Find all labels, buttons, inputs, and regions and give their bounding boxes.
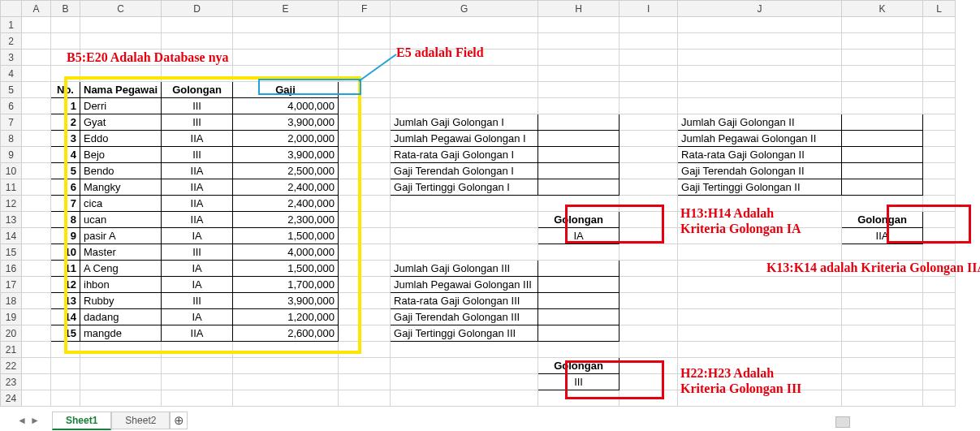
cell-L24[interactable] (923, 390, 956, 407)
cell-B22[interactable] (51, 358, 80, 374)
cell-E17[interactable]: 1,700,000 (233, 277, 339, 293)
cell-F4[interactable] (339, 66, 391, 82)
cell-I5[interactable] (620, 82, 678, 98)
cell-E12[interactable]: 2,400,000 (233, 196, 339, 212)
tab-sheet1[interactable]: Sheet1 (52, 412, 111, 430)
cell-J1[interactable] (678, 17, 842, 33)
cell-C4[interactable] (80, 66, 162, 82)
cell-C7[interactable]: Gyat (80, 114, 162, 131)
cell-I12[interactable] (620, 196, 678, 212)
cell-L15[interactable] (923, 244, 956, 261)
cell-K6[interactable] (842, 98, 923, 114)
cell-D8[interactable]: IIA (162, 131, 233, 147)
row-header[interactable]: 16 (1, 261, 22, 277)
cell-G9[interactable]: Rata-rata Gaji Golongan I (391, 147, 538, 163)
column-header[interactable]: G (391, 1, 538, 17)
cell-H18[interactable] (538, 293, 620, 309)
cell-D19[interactable]: IA (162, 309, 233, 325)
cell-J3[interactable] (678, 50, 842, 66)
row-header[interactable]: 12 (1, 196, 22, 212)
cell-C3[interactable] (80, 50, 162, 66)
cell-H21[interactable] (538, 342, 620, 358)
cell-G18[interactable]: Rata-rata Gaji Golongan III (391, 293, 538, 309)
cell-I4[interactable] (620, 66, 678, 82)
tab-sheet2[interactable]: Sheet2 (111, 412, 170, 429)
cell-K14[interactable]: IIA (842, 228, 923, 244)
cell-C10[interactable]: Bendo (80, 163, 162, 179)
cell-B19[interactable]: 14 (51, 309, 80, 325)
cell-D6[interactable]: III (162, 98, 233, 114)
cell-E23[interactable] (233, 374, 339, 390)
cell-F14[interactable] (339, 228, 391, 244)
cell-J23[interactable] (678, 374, 842, 390)
row-header[interactable]: 17 (1, 277, 22, 293)
cell-L11[interactable] (923, 179, 956, 196)
column-header[interactable]: C (80, 1, 162, 17)
cell-F12[interactable] (339, 196, 391, 212)
cell-K19[interactable] (842, 309, 923, 325)
cell-I2[interactable] (620, 33, 678, 50)
cell-E10[interactable]: 2,500,000 (233, 163, 339, 179)
cell-K15[interactable] (842, 244, 923, 261)
cell-G1[interactable] (391, 17, 538, 33)
cell-I11[interactable] (620, 179, 678, 196)
cell-A9[interactable] (22, 147, 51, 163)
cell-G17[interactable]: Jumlah Pegawai Golongan III (391, 277, 538, 293)
cell-J20[interactable] (678, 325, 842, 342)
cell-L17[interactable] (923, 277, 956, 293)
cell-A12[interactable] (22, 196, 51, 212)
cell-H14[interactable]: IA (538, 228, 620, 244)
cell-K11[interactable] (842, 179, 923, 196)
cell-B14[interactable]: 9 (51, 228, 80, 244)
cell-G22[interactable] (391, 358, 538, 374)
cell-A16[interactable] (22, 261, 51, 277)
cell-F11[interactable] (339, 179, 391, 196)
cell-C18[interactable]: Rubby (80, 293, 162, 309)
cell-J13[interactable] (678, 212, 842, 228)
row-header[interactable]: 1 (1, 17, 22, 33)
cell-D2[interactable] (162, 33, 233, 50)
cell-A22[interactable] (22, 358, 51, 374)
cell-K16[interactable] (842, 261, 923, 277)
cell-F16[interactable] (339, 261, 391, 277)
cell-H19[interactable] (538, 309, 620, 325)
cell-D16[interactable]: IA (162, 261, 233, 277)
cell-C17[interactable]: ihbon (80, 277, 162, 293)
cell-B15[interactable]: 10 (51, 244, 80, 261)
cell-H22[interactable]: Golongan (538, 358, 620, 374)
cell-G5[interactable] (391, 82, 538, 98)
cell-I16[interactable] (620, 261, 678, 277)
cell-D15[interactable]: III (162, 244, 233, 261)
cell-C16[interactable]: A Ceng (80, 261, 162, 277)
cell-C19[interactable]: dadang (80, 309, 162, 325)
cell-L23[interactable] (923, 374, 956, 390)
row-header[interactable]: 22 (1, 358, 22, 374)
cell-L21[interactable] (923, 342, 956, 358)
cell-A11[interactable] (22, 179, 51, 196)
cell-E3[interactable] (233, 50, 339, 66)
cell-G13[interactable] (391, 212, 538, 228)
cell-B20[interactable]: 15 (51, 325, 80, 342)
cell-H4[interactable] (538, 66, 620, 82)
cell-A2[interactable] (22, 33, 51, 50)
cell-J17[interactable] (678, 277, 842, 293)
row-header[interactable]: 20 (1, 325, 22, 342)
cell-D4[interactable] (162, 66, 233, 82)
cell-G24[interactable] (391, 390, 538, 407)
cell-I22[interactable] (620, 358, 678, 374)
cell-H2[interactable] (538, 33, 620, 50)
column-header[interactable]: I (620, 1, 678, 17)
cell-C5[interactable]: Nama Pegawai (80, 82, 162, 98)
cell-D22[interactable] (162, 358, 233, 374)
cell-I1[interactable] (620, 17, 678, 33)
cell-D18[interactable]: III (162, 293, 233, 309)
cell-I19[interactable] (620, 309, 678, 325)
cell-D24[interactable] (162, 390, 233, 407)
cell-C21[interactable] (80, 342, 162, 358)
cell-J19[interactable] (678, 309, 842, 325)
cell-D11[interactable]: IIA (162, 179, 233, 196)
cell-J16[interactable] (678, 261, 842, 277)
cell-B10[interactable]: 5 (51, 163, 80, 179)
cell-B24[interactable] (51, 390, 80, 407)
cell-F6[interactable] (339, 98, 391, 114)
